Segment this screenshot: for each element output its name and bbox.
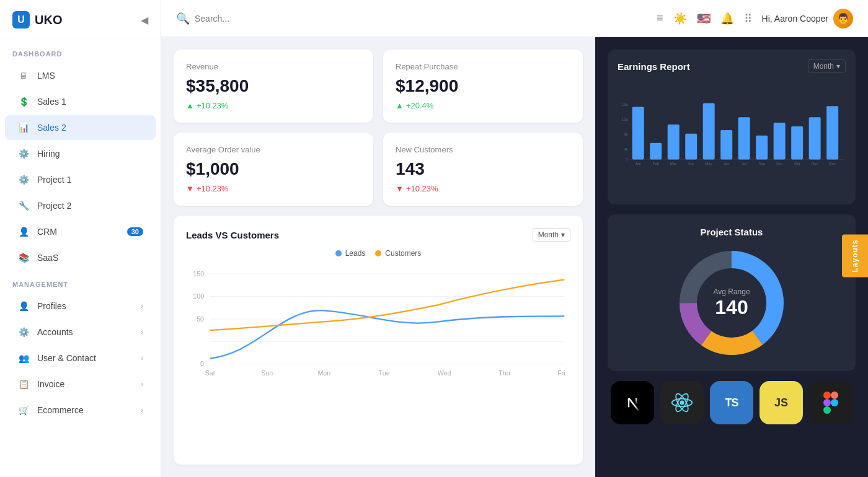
sidebar-item-lms[interactable]: 🖥 LMS xyxy=(5,63,156,88)
new-customers-value: 143 xyxy=(396,159,570,179)
svg-text:150: 150 xyxy=(193,271,204,278)
light-panel: Revenue $35,800 ▲ +10.23% Repeat Purchas… xyxy=(161,37,595,477)
svg-text:Dec: Dec xyxy=(829,162,836,165)
svg-rect-31 xyxy=(720,130,732,159)
svg-text:100: 100 xyxy=(193,293,204,300)
sidebar-item-sales1[interactable]: 💲 Sales 1 xyxy=(5,89,156,114)
stats-row-2: Average Order value $1,000 ▼ +10.23% New… xyxy=(174,133,583,206)
flag-icon[interactable]: 🇺🇸 xyxy=(697,12,711,25)
sidebar-item-crm[interactable]: 👤 CRM 30 xyxy=(5,219,156,244)
leads-chart-header: Leads VS Customers Month ▾ xyxy=(186,228,570,242)
earnings-title: Earnings Report xyxy=(618,61,690,72)
sidebar-item-accounts[interactable]: ⚙️ Accounts › xyxy=(5,320,156,344)
menu-icon[interactable]: ≡ xyxy=(657,12,663,25)
svg-text:Oct: Oct xyxy=(794,162,800,165)
content-area: Revenue $35,800 ▲ +10.23% Repeat Purchas… xyxy=(161,37,868,477)
revenue-change: ▲ +10.23% xyxy=(186,101,361,110)
svg-text:Fri: Fri xyxy=(557,370,565,377)
svg-rect-35 xyxy=(791,126,803,159)
sidebar-item-saas[interactable]: 📚 SaaS xyxy=(5,245,156,270)
saas-icon: 📚 xyxy=(17,252,30,264)
typescript-icon[interactable]: TS xyxy=(710,381,753,424)
sidebar-item-project2[interactable]: 🔧 Project 2 xyxy=(5,193,156,218)
sidebar-item-label: Sales 1 xyxy=(37,97,66,107)
tech-icons-row: TS JS xyxy=(608,381,856,424)
down-arrow-icon: ▼ xyxy=(186,184,194,193)
sidebar: U UKO ◀ DASHBOARD 🖥 LMS 💲 Sales 1 📊 Sale… xyxy=(0,0,161,477)
svg-rect-36 xyxy=(809,117,821,159)
svg-text:Mar: Mar xyxy=(670,162,676,165)
sidebar-item-project1[interactable]: ⚙️ Project 1 xyxy=(5,167,156,192)
down-arrow-icon: ▼ xyxy=(396,184,404,193)
topbar-right: ≡ ☀️ 🇺🇸 🔔 ⠿ Hi, Aaron Cooper 👨 xyxy=(657,9,853,28)
sidebar-item-label: User & Contact xyxy=(37,353,96,363)
earnings-chart-card: Earnings Report Month ▾ 15k 11k 8k 4k 0 xyxy=(608,50,856,204)
new-customers-label: New Customers xyxy=(396,145,570,154)
chevron-right-icon: › xyxy=(141,302,143,310)
svg-text:May: May xyxy=(706,162,712,165)
figma-icon[interactable] xyxy=(809,381,852,424)
svg-text:Mon: Mon xyxy=(317,370,330,377)
sidebar-item-label: LMS xyxy=(37,71,55,81)
accounts-icon: ⚙️ xyxy=(17,326,30,338)
search-input[interactable] xyxy=(195,14,319,24)
collapse-button[interactable]: ◀ xyxy=(141,14,148,26)
revenue-label: Revenue xyxy=(186,62,361,71)
svg-point-57 xyxy=(680,400,684,405)
dark-panel: Earnings Report Month ▾ 15k 11k 8k 4k 0 xyxy=(595,37,868,477)
sidebar-item-label: Ecommerce xyxy=(37,405,84,415)
revenue-value: $35,800 xyxy=(186,76,361,96)
svg-rect-26 xyxy=(632,107,644,160)
chevron-right-icon: › xyxy=(141,380,143,388)
svg-text:Wed: Wed xyxy=(438,370,451,377)
svg-rect-34 xyxy=(774,123,786,159)
earnings-filter-dropdown[interactable]: Month ▾ xyxy=(808,59,846,73)
theme-toggle-icon[interactable]: ☀️ xyxy=(673,12,687,25)
svg-text:Jul: Jul xyxy=(742,162,746,165)
sidebar-item-invoice[interactable]: 📋 Invoice › xyxy=(5,372,156,396)
react-icon[interactable] xyxy=(660,381,704,424)
sidebar-item-label: SaaS xyxy=(37,253,58,263)
logo-mark: U xyxy=(12,11,30,28)
sales1-icon: 💲 xyxy=(17,95,30,108)
greeting-text: Hi, Aaron Cooper xyxy=(762,14,828,24)
earnings-header: Earnings Report Month ▾ xyxy=(618,59,846,73)
svg-text:Thu: Thu xyxy=(498,370,510,377)
customers-legend-item: Customers xyxy=(375,249,421,258)
project2-icon: 🔧 xyxy=(17,199,30,212)
sidebar-item-label: Accounts xyxy=(37,327,73,337)
sidebar-item-profiles[interactable]: 👤 Profiles › xyxy=(5,294,156,318)
chart-legend: Leads Customers xyxy=(186,249,570,258)
chevron-right-icon: › xyxy=(141,406,143,414)
leads-chart-title: Leads VS Customers xyxy=(186,230,279,240)
svg-text:50: 50 xyxy=(197,316,204,323)
hiring-icon: ⚙️ xyxy=(17,147,30,160)
customers-legend-label: Customers xyxy=(385,249,421,258)
user-contact-icon: 👥 xyxy=(17,352,30,364)
svg-rect-37 xyxy=(826,106,838,159)
sidebar-item-sales2[interactable]: 📊 Sales 2 xyxy=(5,115,156,140)
apps-icon[interactable]: ⠿ xyxy=(744,12,752,25)
main-content: 🔍 ≡ ☀️ 🇺🇸 🔔 ⠿ Hi, Aaron Cooper 👨 Revenue… xyxy=(161,0,868,477)
svg-text:Tue: Tue xyxy=(379,370,390,377)
leads-filter-dropdown[interactable]: Month ▾ xyxy=(533,228,570,242)
javascript-icon[interactable]: JS xyxy=(760,381,803,424)
avg-order-value: $1,000 xyxy=(186,159,361,179)
sidebar-item-ecommerce[interactable]: 🛒 Ecommerce › xyxy=(5,398,156,422)
sidebar-item-hiring[interactable]: ⚙️ Hiring xyxy=(5,141,156,166)
leads-chart-card: Leads VS Customers Month ▾ Leads Custome… xyxy=(174,216,583,465)
up-arrow-icon: ▲ xyxy=(186,101,194,110)
svg-text:Sun: Sun xyxy=(261,370,273,377)
avg-range-value: 140 xyxy=(713,296,750,319)
profiles-icon: 👤 xyxy=(17,300,30,312)
svg-rect-28 xyxy=(668,125,680,159)
sidebar-item-label: Profiles xyxy=(37,301,66,311)
svg-text:4k: 4k xyxy=(624,147,627,151)
sidebar-item-label: Invoice xyxy=(37,379,64,389)
sales2-icon: 📊 xyxy=(17,121,30,134)
notification-icon[interactable]: 🔔 xyxy=(720,12,734,25)
layouts-button[interactable]: Layouts xyxy=(842,234,868,277)
sidebar-item-user-contact[interactable]: 👥 User & Contact › xyxy=(5,346,156,370)
nextjs-icon[interactable] xyxy=(611,381,654,424)
user-greeting[interactable]: Hi, Aaron Cooper 👨 xyxy=(762,9,853,28)
